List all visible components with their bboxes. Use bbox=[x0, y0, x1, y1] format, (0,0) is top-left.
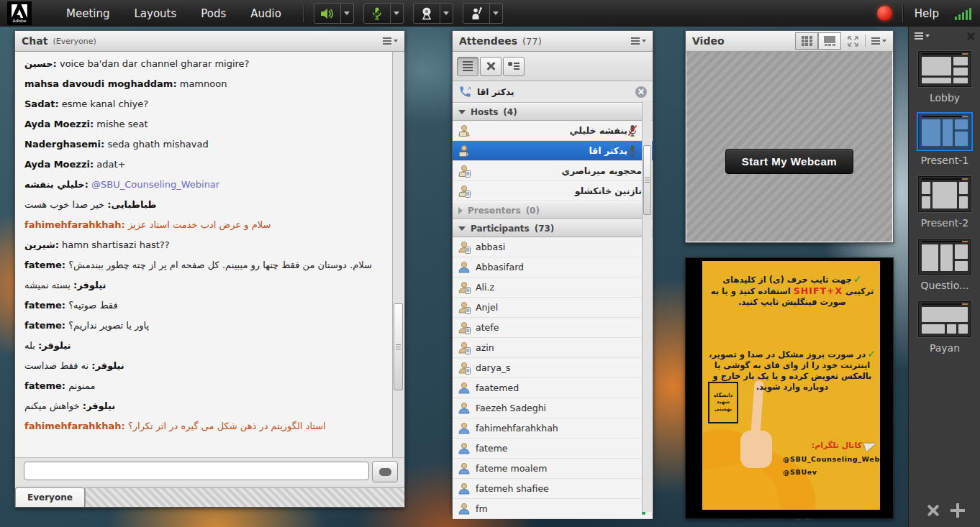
attendee-role-icon bbox=[457, 502, 471, 516]
panel-menu-icon[interactable] bbox=[915, 32, 930, 40]
layouts-panel-header bbox=[909, 27, 980, 45]
raise-hand-button[interactable] bbox=[463, 3, 490, 24]
layout-item[interactable]: Payan bbox=[918, 301, 971, 364]
layout-label: Payan bbox=[930, 342, 960, 354]
raise-hand-dropdown[interactable] bbox=[490, 3, 503, 24]
layout-thumbnail bbox=[918, 301, 971, 337]
chat-message-author: بنفشه‎ خليلي bbox=[24, 179, 85, 190]
layout-thumbnails: Lobby Present-1 Present-2 bbox=[909, 45, 980, 364]
attendee-name: faatemed bbox=[476, 382, 642, 393]
help-menu[interactable]: Help bbox=[915, 7, 939, 20]
telegram-plane-icon bbox=[864, 439, 878, 451]
بنفشه‎ خليلي: بنفشه‎ خليلي: @SBU_Counseling_Webinar bbox=[24, 179, 389, 191]
microphone-dropdown[interactable] bbox=[391, 3, 404, 24]
recording-indicator bbox=[877, 6, 892, 21]
fullscreen-icon[interactable] bbox=[847, 35, 859, 47]
menu-item[interactable]: Meeting bbox=[66, 7, 109, 20]
menu-item[interactable]: Audio bbox=[250, 7, 281, 20]
chat-message-author: mahsa davoudi moghaddam bbox=[24, 78, 173, 89]
microphone-button[interactable] bbox=[363, 3, 391, 24]
chat-message-input[interactable] bbox=[24, 462, 369, 480]
webcam-dropdown[interactable] bbox=[440, 3, 453, 24]
raise-hand-control bbox=[463, 3, 503, 24]
add-layout-icon[interactable] bbox=[950, 503, 965, 518]
یدکتر‎ اقا[interactable]: یدکتر‎ اقا bbox=[453, 141, 653, 161]
toolbar-divider bbox=[902, 5, 903, 22]
pod-menu-icon[interactable] bbox=[871, 37, 886, 45]
attendee-role-icon bbox=[457, 421, 471, 436]
Abbasifard[interactable]: Abbasifard bbox=[453, 257, 653, 278]
chat-scrollbar-thumb[interactable] bbox=[394, 303, 403, 390]
check-icon: ✓ bbox=[853, 273, 862, 285]
layout-tools-icon[interactable] bbox=[925, 503, 941, 518]
pod-menu-icon[interactable] bbox=[631, 37, 646, 45]
fatemeh shafiee[interactable]: fatemeh shafiee bbox=[453, 479, 653, 499]
layouts-panel-tools bbox=[909, 503, 980, 518]
adobe-logo-icon bbox=[12, 4, 27, 18]
attendee-name: fm bbox=[476, 503, 642, 514]
presenters-section-header[interactable]: Presenters (0) bbox=[453, 201, 653, 219]
hosts-section-header[interactable]: Hosts (4) bbox=[453, 103, 653, 121]
Faezeh Sadeghi[interactable]: Faezeh Sadeghi bbox=[453, 398, 653, 418]
chat-message-text: استاد الگوریتم در ذهن شکل می گیره در اثر… bbox=[128, 421, 326, 431]
chat-message-text: خواهش میکنم bbox=[24, 400, 80, 411]
نازنین‎ خانکشلو[interactable]: نازنین‎ خانکشلو bbox=[453, 181, 653, 201]
menu-item[interactable]: Layouts bbox=[134, 7, 176, 20]
layout-label: Questio... bbox=[921, 280, 969, 291]
atefe[interactable]: atefe bbox=[453, 318, 653, 338]
layout-label: Lobby bbox=[930, 92, 960, 104]
send-message-button[interactable] bbox=[372, 461, 398, 482]
participants-section-header[interactable]: Participants (73) bbox=[453, 219, 653, 237]
محجوبه‎ میرناصري[interactable]: محجوبه‎ میرناصري bbox=[453, 161, 653, 181]
participants-label: Participants bbox=[471, 224, 530, 234]
layout-item[interactable]: Questio... bbox=[918, 239, 971, 301]
attendee-list-view-button[interactable] bbox=[457, 57, 478, 76]
video-pod-body: Start My Webcam bbox=[686, 52, 892, 242]
menu-item[interactable]: Pods bbox=[201, 7, 226, 20]
attendees-scrollbar-thumb[interactable] bbox=[643, 145, 651, 215]
fateme: fateme: سلام. دوستان من فقط چتها رو میبی… bbox=[24, 260, 389, 271]
fahimehfarahkhah[interactable]: fahimehfarahkhah bbox=[453, 418, 653, 439]
attendee-role-icon bbox=[457, 260, 471, 275]
breakout-view-button[interactable] bbox=[480, 57, 502, 76]
grid-view-icon bbox=[802, 36, 812, 46]
end-call-close-icon[interactable] bbox=[635, 86, 647, 98]
webcam-button[interactable] bbox=[413, 3, 440, 24]
attendee-status-view-button[interactable] bbox=[503, 57, 525, 76]
chat-message-text: mishe seat bbox=[96, 119, 148, 129]
grid-view-button[interactable] bbox=[795, 32, 818, 50]
chat-tab-everyone[interactable]: Everyone bbox=[15, 487, 85, 507]
chat-message-text: نه فقط صداست bbox=[24, 360, 89, 371]
speaker-dropdown[interactable] bbox=[341, 3, 354, 24]
list-view-icon bbox=[463, 61, 473, 71]
abbasi[interactable]: abbasi bbox=[453, 237, 653, 257]
attendees-toolbar bbox=[453, 52, 653, 81]
chat-scrollbar[interactable] bbox=[392, 52, 404, 458]
speaker-button[interactable] bbox=[314, 3, 341, 24]
fateme[interactable]: fateme bbox=[453, 439, 653, 459]
fateme moalem[interactable]: fateme moalem bbox=[453, 459, 653, 479]
Anjel[interactable]: Anjel bbox=[453, 298, 653, 318]
chevron-down-icon bbox=[344, 12, 350, 15]
start-webcam-button[interactable]: Start My Webcam bbox=[725, 149, 853, 174]
chat-message-author: نیلوفر bbox=[42, 340, 71, 351]
Ayda Moezzi: Ayda Moezzi: adat+ bbox=[24, 159, 389, 170]
connection-signal-icon[interactable] bbox=[955, 7, 971, 20]
close-panel-icon[interactable] bbox=[966, 32, 975, 40]
بنفشه‎ خليلي[interactable]: بنفشه‎ خليلي bbox=[453, 121, 653, 141]
filmstrip-view-icon bbox=[824, 36, 835, 47]
pod-menu-icon[interactable] bbox=[383, 37, 398, 45]
attendees-scrollbar[interactable] bbox=[642, 101, 652, 512]
darya_s[interactable]: darya_s bbox=[453, 358, 653, 378]
layout-item[interactable]: Lobby bbox=[918, 51, 971, 114]
chat-message-author: Ayda Moezzi bbox=[24, 159, 90, 170]
azin[interactable]: azin bbox=[453, 338, 653, 358]
filmstrip-view-button[interactable] bbox=[818, 32, 841, 50]
fm[interactable]: fm bbox=[453, 499, 653, 519]
layout-item[interactable]: Present-2 bbox=[918, 176, 971, 239]
layout-label: Present-1 bbox=[921, 155, 969, 166]
faatemed[interactable]: faatemed bbox=[453, 378, 653, 398]
Ali.z[interactable]: Ali.z bbox=[453, 278, 653, 298]
layout-item[interactable]: Present-1 bbox=[918, 114, 971, 176]
telegram-handle: @SBU_Counseling_Webinar bbox=[783, 455, 876, 463]
